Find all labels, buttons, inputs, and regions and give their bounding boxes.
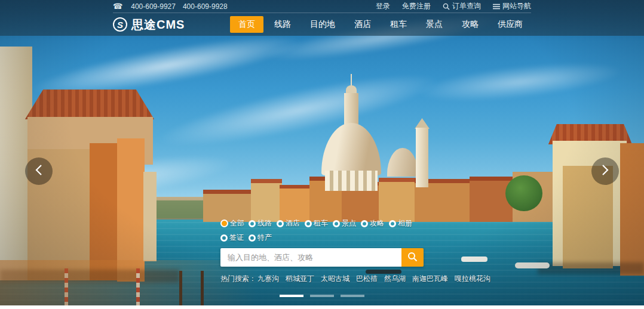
search-category-car-rental[interactable]: 租车 <box>305 218 333 228</box>
logo-initial: S <box>117 20 123 30</box>
category-label: 相册 <box>398 218 412 228</box>
logo-icon: S <box>113 17 127 32</box>
search-category-group: 全部 线路 酒店 租车 景点 攻略 相册 签证 特产 <box>220 218 424 243</box>
register-link[interactable]: 免费注册 <box>402 1 431 11</box>
category-label: 酒店 <box>286 218 300 228</box>
category-label: 租车 <box>314 218 328 228</box>
category-label: 攻略 <box>370 218 384 228</box>
carousel-dot[interactable] <box>280 295 303 297</box>
search-category-albums[interactable]: 相册 <box>389 218 417 228</box>
radio-icon <box>220 220 228 227</box>
login-link[interactable]: 登录 <box>376 1 390 11</box>
hot-search-link[interactable]: 嘎拉桃花沟 <box>455 274 490 284</box>
nav-item-suppliers[interactable]: 供应商 <box>489 16 531 33</box>
category-label: 景点 <box>342 218 356 228</box>
hot-search-link[interactable]: 太昭古城 <box>321 274 349 284</box>
carousel-dot[interactable] <box>341 295 364 297</box>
radio-icon <box>305 220 312 227</box>
chevron-right-icon <box>600 163 611 179</box>
search-category-specialties[interactable]: 特产 <box>249 233 277 243</box>
site-nav-link[interactable]: 网站导航 <box>493 1 531 11</box>
category-label: 线路 <box>257 218 272 228</box>
phone-icon: ☎ <box>113 2 122 11</box>
category-label: 全部 <box>230 218 244 228</box>
search-category-hotels[interactable]: 酒店 <box>277 218 305 228</box>
category-label: 特产 <box>257 233 272 243</box>
utility-bar: ☎ 400-609-9927 400-609-9928 登录 免费注册 订单查询 <box>113 0 531 13</box>
phone-numbers: ☎ 400-609-9927 400-609-9928 <box>113 2 228 11</box>
carousel-prev-button[interactable] <box>25 157 53 185</box>
hot-search-label: 热门搜索： <box>220 274 256 284</box>
nav-item-routes[interactable]: 线路 <box>266 16 299 33</box>
hero-search-panel: 全部 线路 酒店 租车 景点 攻略 相册 签证 特产 热门搜索： 九寨沟 稻城亚… <box>220 218 424 284</box>
radio-icon <box>333 220 340 227</box>
nav-item-destinations[interactable]: 目的地 <box>302 16 344 33</box>
phone-number-1: 400-609-9927 <box>131 2 176 11</box>
radio-icon <box>277 220 284 227</box>
search-icon <box>443 3 450 10</box>
hot-search-link[interactable]: 稻城亚丁 <box>286 274 314 284</box>
nav-item-home[interactable]: 首页 <box>230 16 263 33</box>
nav-item-hotels[interactable]: 酒店 <box>346 16 379 33</box>
order-query-link[interactable]: 订单查询 <box>443 1 481 11</box>
search-bar <box>220 248 424 267</box>
menu-icon <box>493 4 500 10</box>
search-input[interactable] <box>220 248 401 267</box>
radio-icon <box>249 234 256 242</box>
search-submit-button[interactable] <box>401 248 424 267</box>
carousel-dot[interactable] <box>310 295 334 297</box>
site-nav-label: 网站导航 <box>502 1 531 11</box>
logo[interactable]: S 思途CMS <box>113 17 185 33</box>
radio-icon <box>249 220 256 227</box>
nav-item-guides[interactable]: 攻略 <box>453 16 487 33</box>
search-category-guides[interactable]: 攻略 <box>361 218 389 228</box>
nav-menu: 首页 线路 目的地 酒店 租车 景点 攻略 供应商 <box>228 16 531 33</box>
search-category-visas[interactable]: 签证 <box>220 233 249 243</box>
chevron-left-icon <box>33 163 44 179</box>
phone-number-2: 400-609-9928 <box>183 2 228 11</box>
radio-icon <box>220 234 228 242</box>
site-header: ☎ 400-609-9927 400-609-9928 登录 免费注册 订单查询 <box>0 0 644 36</box>
hot-search-link[interactable]: 然乌湖 <box>384 274 406 284</box>
search-category-routes[interactable]: 线路 <box>249 218 277 228</box>
hot-search-link[interactable]: 巴松措 <box>356 274 378 284</box>
order-query-label: 订单查询 <box>452 1 481 11</box>
hot-search-link[interactable]: 南迦巴瓦峰 <box>412 274 448 284</box>
carousel-indicators <box>280 295 364 297</box>
search-category-all[interactable]: 全部 <box>220 218 249 228</box>
hot-search-row: 热门搜索： 九寨沟 稻城亚丁 太昭古城 巴松措 然乌湖 南迦巴瓦峰 嘎拉桃花沟 <box>220 274 424 284</box>
radio-icon <box>389 220 396 227</box>
search-icon <box>407 252 418 264</box>
search-category-attractions[interactable]: 景点 <box>333 218 361 228</box>
category-label: 签证 <box>229 233 244 243</box>
nav-item-car-rental[interactable]: 租车 <box>382 16 415 33</box>
carousel-next-button[interactable] <box>591 157 619 185</box>
hot-search-link[interactable]: 九寨沟 <box>257 274 279 284</box>
utility-links: 登录 免费注册 订单查询 网站导航 <box>376 1 531 11</box>
nav-item-attractions[interactable]: 景点 <box>418 16 451 33</box>
main-nav: S 思途CMS 首页 线路 目的地 酒店 租车 景点 攻略 供应商 <box>113 13 531 36</box>
logo-text: 思途CMS <box>131 17 185 33</box>
radio-icon <box>361 220 368 227</box>
register-label: 免费注册 <box>402 1 431 11</box>
page: ☎ 400-609-9927 400-609-9928 登录 免费注册 订单查询 <box>0 0 644 309</box>
login-label: 登录 <box>376 1 390 11</box>
